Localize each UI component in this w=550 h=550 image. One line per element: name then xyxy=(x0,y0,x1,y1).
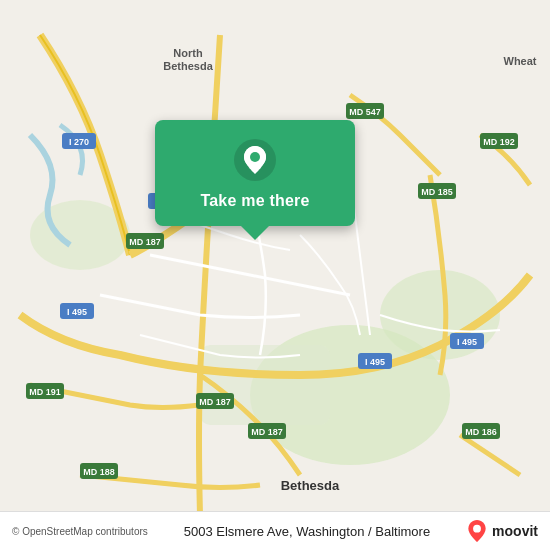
address-text: 5003 Elsmere Ave, Washington / Baltimore xyxy=(148,524,466,539)
svg-text:North: North xyxy=(173,47,203,59)
moovit-brand-text: moovit xyxy=(492,523,538,539)
svg-text:MD 185: MD 185 xyxy=(421,187,453,197)
svg-point-41 xyxy=(473,525,481,533)
svg-text:Bethesda: Bethesda xyxy=(163,60,213,72)
map-container[interactable]: I 270 I 270 I 495 I 495 I 495 MD 187 MD … xyxy=(0,0,550,550)
svg-text:MD 187: MD 187 xyxy=(129,237,161,247)
svg-text:MD 187: MD 187 xyxy=(199,397,231,407)
location-pin-icon xyxy=(233,138,277,182)
map-attribution: © OpenStreetMap contributors xyxy=(12,526,148,537)
svg-text:MD 192: MD 192 xyxy=(483,137,515,147)
moovit-logo: moovit xyxy=(466,520,538,542)
svg-text:MD 188: MD 188 xyxy=(83,467,115,477)
svg-text:MD 191: MD 191 xyxy=(29,387,61,397)
svg-text:MD 547: MD 547 xyxy=(349,107,381,117)
svg-text:I 495: I 495 xyxy=(457,337,477,347)
svg-text:MD 186: MD 186 xyxy=(465,427,497,437)
svg-text:I 270: I 270 xyxy=(69,137,89,147)
bottom-bar: © OpenStreetMap contributors 5003 Elsmer… xyxy=(0,511,550,550)
svg-text:I 495: I 495 xyxy=(365,357,385,367)
popup-card[interactable]: Take me there xyxy=(155,120,355,226)
svg-text:Bethesda: Bethesda xyxy=(281,478,340,493)
svg-point-40 xyxy=(250,152,260,162)
svg-text:I 495: I 495 xyxy=(67,307,87,317)
moovit-pin-icon xyxy=(466,520,488,542)
svg-text:MD 187: MD 187 xyxy=(251,427,283,437)
take-me-there-button[interactable]: Take me there xyxy=(200,192,309,210)
map-roads: I 270 I 270 I 495 I 495 I 495 MD 187 MD … xyxy=(0,0,550,550)
svg-text:Wheat: Wheat xyxy=(504,55,537,67)
